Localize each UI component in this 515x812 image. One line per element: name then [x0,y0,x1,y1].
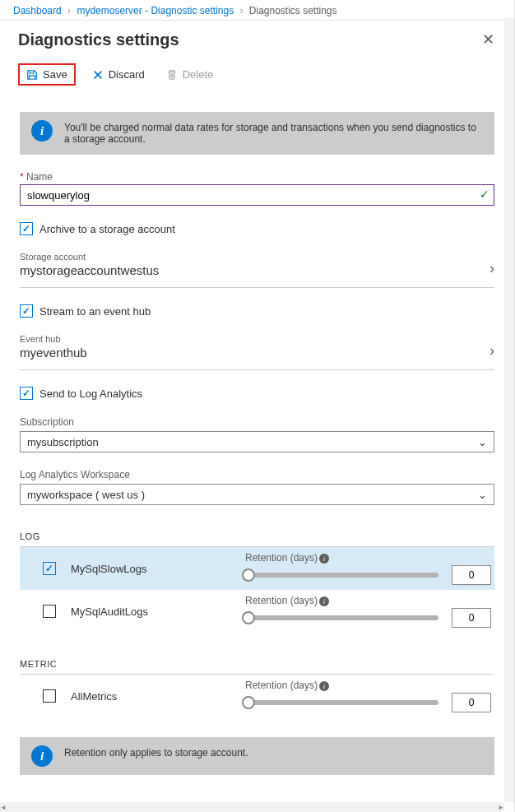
info-text: Retention only applies to storage accoun… [64,747,248,759]
breadcrumb-dashboard[interactable]: Dashboard [13,5,62,16]
subscription-label: Subscription [20,416,494,428]
info-banner-retention: i Retention only applies to storage acco… [20,737,494,775]
save-button[interactable]: Save [18,63,76,86]
archive-label: Archive to a storage account [39,223,175,235]
blade-header: Diagnostics settings ✕ [0,21,514,60]
workspace-label: Log Analytics Workspace [20,469,494,480]
log-analytics-checkbox-row[interactable]: Send to Log Analytics [20,387,494,400]
breadcrumb: Dashboard › mydemoserver - Diagnostic se… [0,0,514,21]
storage-account-picker[interactable]: Storage account mystorageaccountwestus › [20,247,494,288]
row-allmetrics-name: AllMetrics [64,690,237,703]
stream-checkbox[interactable] [20,304,33,318]
row-mysqlslowlogs: MySqlSlowLogs Retention (days)i [20,547,494,590]
row-mysqlauditlogs-checkbox[interactable] [43,605,56,618]
info-icon[interactable]: i [319,596,329,606]
log-analytics-checkbox[interactable] [20,387,33,400]
save-icon [26,69,38,81]
toolbar: Save Discard Delete [0,60,514,94]
horizontal-scrollbar[interactable]: ◄► [0,802,504,812]
retention-value-allmetrics[interactable] [452,693,491,712]
blade-body: i You'll be charged normal data rates fo… [0,94,514,778]
retention-label: Retention (days)i [245,552,491,564]
chevron-right-icon: › [489,260,494,277]
chevron-right-icon: › [489,342,494,360]
delete-button[interactable]: Delete [161,67,219,82]
info-icon[interactable]: i [319,554,329,564]
storage-account-value: mystorageaccountwestus [20,263,159,277]
row-allmetrics: AllMetrics Retention (days)i [20,675,494,717]
row-mysqlauditlogs-name: MySqlAuditLogs [64,606,237,618]
chevron-down-icon: ⌄ [478,489,487,501]
name-input-wrap: ✓ [20,184,494,206]
event-hub-label: Event hub [20,334,87,344]
info-icon[interactable]: i [319,681,329,691]
retention-label: Retention (days)i [245,680,491,691]
workspace-select[interactable]: myworkspace ( west us ) ⌄ [20,484,494,505]
stream-label: Stream to an event hub [39,305,151,318]
archive-checkbox[interactable] [20,222,33,235]
retention-slider-slowlogs[interactable] [245,573,438,578]
info-banner-charges: i You'll be charged normal data rates fo… [20,112,494,155]
subscription-select[interactable]: mysubscription ⌄ [20,431,494,452]
event-hub-value: myeventhub [20,346,87,360]
name-input[interactable] [20,184,494,206]
close-button[interactable]: ✕ [476,27,501,52]
section-log: LOG [20,531,494,547]
info-icon: i [31,120,53,142]
breadcrumb-server[interactable]: mydemoserver - Diagnostic settings [77,5,234,16]
discard-icon [92,69,104,81]
discard-button[interactable]: Discard [87,67,150,82]
info-icon: i [31,745,53,767]
delete-icon [166,69,178,81]
archive-checkbox-row[interactable]: Archive to a storage account [20,222,494,235]
chevron-right-icon: › [239,5,243,16]
chevron-right-icon: › [67,5,71,16]
breadcrumb-current: Diagnostics settings [249,5,337,16]
retention-value-auditlogs[interactable] [452,608,491,628]
save-label: Save [43,68,67,81]
row-mysqlauditlogs: MySqlAuditLogs Retention (days)i [20,590,494,633]
valid-check-icon: ✓ [480,188,489,201]
retention-value-slowlogs[interactable] [452,565,491,585]
row-allmetrics-checkbox[interactable] [43,689,56,703]
subscription-value: mysubscription [27,436,99,448]
event-hub-picker[interactable]: Event hub myeventhub › [20,329,494,370]
section-metric: METRIC [20,659,494,675]
workspace-value: myworkspace ( west us ) [27,489,145,501]
retention-slider-allmetrics[interactable] [245,700,438,705]
row-mysqlslowlogs-checkbox[interactable] [43,562,56,575]
log-analytics-label: Send to Log Analytics [39,387,142,400]
storage-account-label: Storage account [20,252,159,262]
name-label: Name [20,171,494,183]
page-title: Diagnostics settings [18,30,179,49]
chevron-down-icon: ⌄ [478,436,487,448]
retention-label: Retention (days)i [245,595,491,606]
vertical-scrollbar[interactable] [504,18,514,802]
stream-checkbox-row[interactable]: Stream to an event hub [20,304,494,318]
row-mysqlslowlogs-name: MySqlSlowLogs [64,563,237,575]
delete-label: Delete [183,68,214,81]
info-text: You'll be charged normal data rates for … [64,122,483,145]
retention-slider-auditlogs[interactable] [245,615,438,620]
discard-label: Discard [109,68,145,81]
